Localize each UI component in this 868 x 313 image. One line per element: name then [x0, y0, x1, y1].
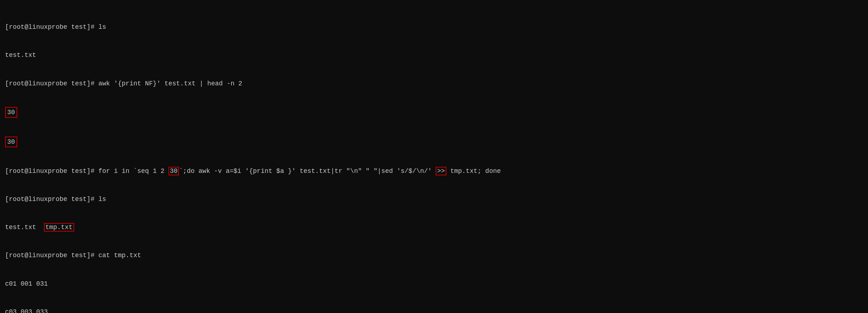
line-output-ls2: test.txt tmp.txt [5, 223, 863, 232]
boxed-30-seq: 30 [168, 167, 179, 175]
line-prompt-cat: [root@linuxprobe test]# cat tmp.txt [5, 251, 863, 260]
line-prompt-awk-head: [root@linuxprobe test]# awk '{print NF}'… [5, 79, 863, 88]
line-prompt-for-loop: [root@linuxprobe test]# for i in `seq 1 … [5, 166, 863, 176]
boxed-30-first: 30 [5, 107, 17, 118]
line-data-2: c03 003 033 [5, 307, 863, 313]
line-prompt-ls2: [root@linuxprobe test]# ls [5, 194, 863, 204]
boxed-tmptxt: tmp.txt [44, 223, 74, 232]
line-output-testtxt: test.txt [5, 50, 863, 60]
line-output-30a: 30 [5, 107, 863, 118]
boxed-append: >> [436, 167, 446, 175]
line-data-1: c01 001 031 [5, 279, 863, 289]
boxed-30-second: 30 [5, 137, 17, 147]
line-prompt-ls1: [root@linuxprobe test]# ls [5, 22, 863, 32]
terminal-window: [root@linuxprobe test]# ls test.txt [roo… [5, 4, 863, 313]
line-output-30b: 30 [5, 137, 863, 147]
